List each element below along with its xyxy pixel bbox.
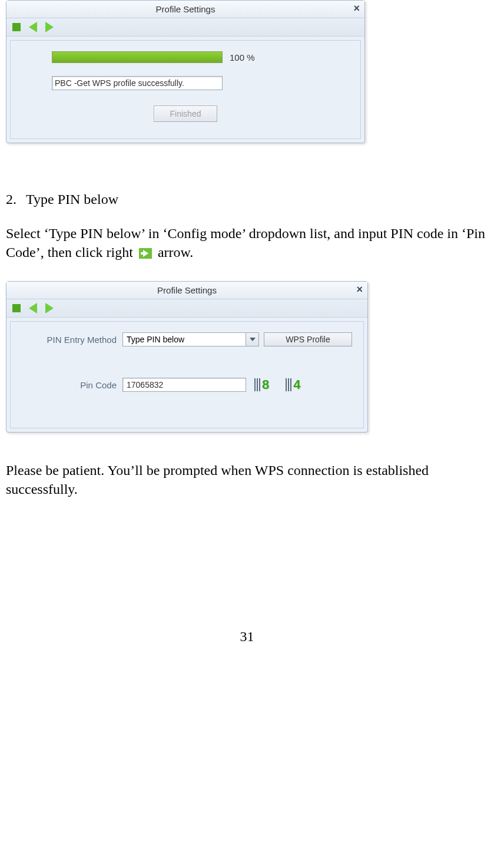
close-icon[interactable]: × <box>356 284 363 295</box>
instruction-text-b: arrow. <box>158 245 193 260</box>
back-arrow-icon[interactable] <box>29 303 37 313</box>
nav-row <box>6 18 364 37</box>
profile-settings-dialog-progress: Profile Settings × 100 % Finished <box>6 0 365 143</box>
progress-fill <box>52 52 222 62</box>
progress-bar <box>52 51 223 63</box>
close-icon[interactable]: × <box>353 3 360 14</box>
dialog-title: Profile Settings <box>157 285 217 295</box>
pin-code-label: Pin Code <box>16 380 122 390</box>
forward-arrow-icon[interactable] <box>45 22 54 32</box>
titlebar: Profile Settings × <box>6 282 367 299</box>
stop-icon[interactable] <box>12 304 21 312</box>
status-text-field <box>52 76 223 90</box>
pin-entry-method-combo[interactable] <box>122 332 259 346</box>
pin-code-input[interactable] <box>122 378 246 392</box>
stop-icon[interactable] <box>12 23 21 31</box>
pin-length-8-icon[interactable]: 8 <box>254 377 269 392</box>
titlebar: Profile Settings × <box>6 1 364 18</box>
profile-settings-dialog-pin: Profile Settings × PIN Entry Method WPS … <box>6 281 368 433</box>
back-arrow-icon[interactable] <box>29 22 37 32</box>
instruction-paragraph: Select ‘Type PIN below’ in ‘Config mode’… <box>6 224 488 263</box>
pin-entry-method-label: PIN Entry Method <box>16 335 122 345</box>
pin-entry-method-value[interactable] <box>122 332 246 346</box>
combo-dropdown-icon[interactable] <box>246 332 259 346</box>
instruction-text-a: Select ‘Type PIN below’ in ‘Config mode’… <box>6 226 485 260</box>
nav-row <box>6 299 367 318</box>
progress-percent: 100 % <box>230 52 255 62</box>
dialog-body: PIN Entry Method WPS Profile Pin Code 8 … <box>10 321 364 428</box>
section-title: Type PIN below <box>26 192 118 207</box>
page-number: 31 <box>6 629 488 645</box>
right-arrow-icon <box>139 245 152 263</box>
dialog-body: 100 % Finished <box>10 40 361 139</box>
dialog-title: Profile Settings <box>156 4 215 14</box>
forward-arrow-icon[interactable] <box>45 303 54 313</box>
pin-length-4-icon[interactable]: 4 <box>286 377 300 392</box>
section-heading: 2.Type PIN below <box>6 192 488 207</box>
finished-button: Finished <box>154 105 217 122</box>
section-number: 2. <box>6 192 26 207</box>
closing-paragraph: Please be patient. You’ll be prompted wh… <box>6 461 488 499</box>
wps-profile-button[interactable]: WPS Profile <box>264 332 352 346</box>
